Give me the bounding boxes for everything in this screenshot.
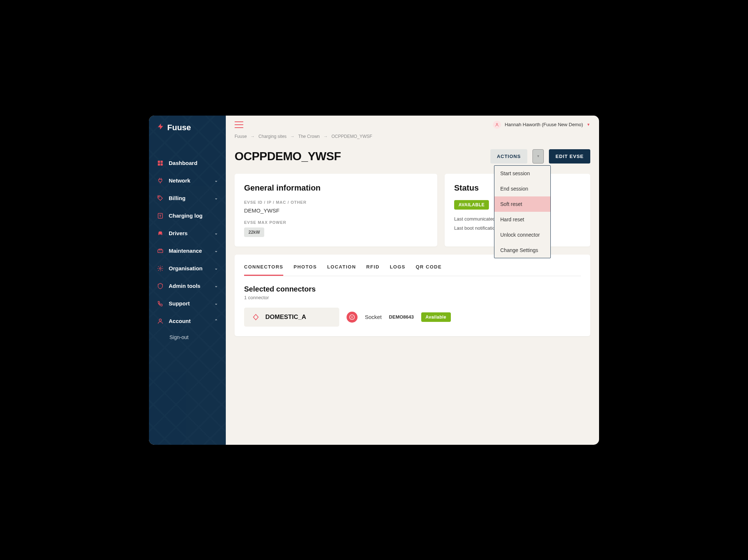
chevron-down-icon: ⌄ xyxy=(214,231,218,236)
connectors-title: Selected connectors xyxy=(244,285,581,293)
main-content: Hannah Haworth (Fuuse New Demo) ▼ Fuuse→… xyxy=(226,116,599,445)
car-icon xyxy=(157,230,164,237)
plug-icon xyxy=(157,177,164,184)
svg-point-11 xyxy=(496,123,498,125)
connector-name: DOMESTIC_A xyxy=(265,313,306,321)
user-icon xyxy=(157,318,164,324)
breadcrumb-item[interactable]: The Crown xyxy=(298,134,320,139)
svg-rect-3 xyxy=(161,163,163,165)
socket-label: Socket xyxy=(365,314,382,320)
edit-evse-button[interactable]: EDIT EVSE xyxy=(549,149,590,164)
svg-point-7 xyxy=(161,233,162,234)
sidebar-item-network[interactable]: Network⌄ xyxy=(149,172,226,189)
user-name: Hannah Haworth (Fuuse New Demo) xyxy=(505,122,583,127)
brand-name: Fuuse xyxy=(167,123,191,132)
chevron-down-icon: ⌄ xyxy=(214,196,218,200)
tab-logs[interactable]: LOGS xyxy=(390,264,405,276)
sidebar-item-label: Organisation xyxy=(169,265,209,271)
svg-point-6 xyxy=(159,233,160,234)
connector-type-icon xyxy=(251,313,260,322)
chevron-down-icon: ⌄ xyxy=(214,301,218,306)
sidebar-item-label: Support xyxy=(169,300,209,307)
tabs-card: CONNECTORSPHOTOSLOCATIONRFIDLOGSQR CODE … xyxy=(235,255,590,336)
sidebar-item-label: Network xyxy=(169,177,209,184)
tab-connectors[interactable]: CONNECTORS xyxy=(244,264,283,276)
shield-icon xyxy=(157,283,164,289)
svg-point-13 xyxy=(349,315,354,319)
svg-point-4 xyxy=(158,196,159,197)
actions-button-label: ACTIONS xyxy=(497,154,521,159)
actions-dropdown: Start sessionEnd sessionSoft resetHard r… xyxy=(494,165,551,258)
svg-rect-2 xyxy=(158,163,160,165)
tab-rfid[interactable]: RFID xyxy=(366,264,379,276)
actions-button[interactable]: ACTIONS xyxy=(490,149,528,164)
svg-rect-8 xyxy=(158,250,163,253)
sidebar-item-account[interactable]: Account⌃ xyxy=(149,312,226,330)
tab-qr-code[interactable]: QR CODE xyxy=(416,264,442,276)
arrow-right-icon: → xyxy=(323,134,328,139)
dropdown-item-end-session[interactable]: End session xyxy=(494,181,550,196)
connector-status-badge: Available xyxy=(421,312,451,322)
dropdown-item-unlock-connector[interactable]: Unlock connector xyxy=(494,227,550,243)
arrow-right-icon: → xyxy=(250,134,255,139)
sidebar-item-label: Billing xyxy=(169,195,209,201)
tab-photos[interactable]: PHOTOS xyxy=(293,264,317,276)
tag-icon xyxy=(157,195,164,202)
hamburger-icon[interactable] xyxy=(235,121,243,128)
sidebar: Fuuse DashboardNetwork⌄Billing⌄Charging … xyxy=(149,116,226,445)
page-title: OCPPDEMO_YWSF xyxy=(235,150,341,163)
sidebar-item-label: Account xyxy=(169,318,209,324)
general-title: General information xyxy=(244,183,428,193)
breadcrumb-item[interactable]: Charging sites xyxy=(258,134,287,139)
actions-caret-button[interactable]: ▼ xyxy=(532,149,544,164)
svg-point-15 xyxy=(352,316,353,317)
sidebar-item-drivers[interactable]: Drivers⌄ xyxy=(149,225,226,242)
evse-id-value: DEMO_YWSF xyxy=(244,207,428,214)
sidebar-item-admin-tools[interactable]: Admin tools⌄ xyxy=(149,277,226,295)
power-badge: 22kW xyxy=(244,228,264,237)
connector-name-box[interactable]: DOMESTIC_A xyxy=(244,308,339,327)
chevron-down-icon: ⌄ xyxy=(214,178,218,183)
sidebar-item-label: Drivers xyxy=(169,230,209,236)
tab-location[interactable]: LOCATION xyxy=(327,264,356,276)
sidebar-item-billing[interactable]: Billing⌄ xyxy=(149,189,226,207)
tool-icon xyxy=(157,248,164,254)
chevron-down-icon: ⌄ xyxy=(214,283,218,288)
svg-rect-1 xyxy=(161,161,163,163)
status-badge: AVAILABLE xyxy=(454,200,489,210)
chevron-down-icon: ⌄ xyxy=(214,266,218,271)
edit-button-label: EDIT EVSE xyxy=(556,154,584,159)
tabs: CONNECTORSPHOTOSLOCATIONRFIDLOGSQR CODE xyxy=(244,264,581,276)
evse-id-label: EVSE ID / IP / MAC / OTHER xyxy=(244,200,428,204)
sidebar-item-dashboard[interactable]: Dashboard xyxy=(149,154,226,172)
sidebar-item-maintenance[interactable]: Maintenance⌄ xyxy=(149,242,226,260)
dropdown-item-start-session[interactable]: Start session xyxy=(494,166,550,181)
brand-logo[interactable]: Fuuse xyxy=(149,116,226,140)
svg-rect-0 xyxy=(158,161,160,163)
sidebar-item-support[interactable]: Support⌄ xyxy=(149,295,226,312)
topbar: Hannah Haworth (Fuuse New Demo) ▼ xyxy=(226,116,599,134)
sidebar-nav: DashboardNetwork⌄Billing⌄Charging logDri… xyxy=(149,154,226,345)
connector-id: DEMO8643 xyxy=(389,314,414,320)
dropdown-item-change-settings[interactable]: Change Settings xyxy=(494,243,550,258)
dropdown-item-hard-reset[interactable]: Hard reset xyxy=(494,212,550,227)
signout-link[interactable]: Sign-out xyxy=(149,330,226,345)
sidebar-item-label: Admin tools xyxy=(169,283,209,289)
breadcrumb-item[interactable]: Fuuse xyxy=(235,134,247,139)
gear-icon xyxy=(157,265,164,272)
caret-down-icon: ▼ xyxy=(587,123,590,127)
dropdown-item-soft-reset[interactable]: Soft reset xyxy=(494,196,550,212)
connectors-count: 1 connector xyxy=(244,295,581,300)
svg-point-14 xyxy=(351,316,352,317)
sidebar-item-label: Dashboard xyxy=(169,160,218,166)
log-icon xyxy=(157,213,164,219)
breadcrumb-item: OCPPDEMO_YWSF xyxy=(332,134,372,139)
logo-icon xyxy=(157,123,164,132)
svg-point-9 xyxy=(160,267,161,269)
dashboard-icon xyxy=(157,160,164,166)
user-menu[interactable]: Hannah Haworth (Fuuse New Demo) ▼ xyxy=(493,121,590,129)
chevron-up-icon: ⌃ xyxy=(214,319,218,323)
sidebar-item-charging-log[interactable]: Charging log xyxy=(149,207,226,225)
general-info-card: General information EVSE ID / IP / MAC /… xyxy=(235,174,437,247)
sidebar-item-organisation[interactable]: Organisation⌄ xyxy=(149,260,226,277)
